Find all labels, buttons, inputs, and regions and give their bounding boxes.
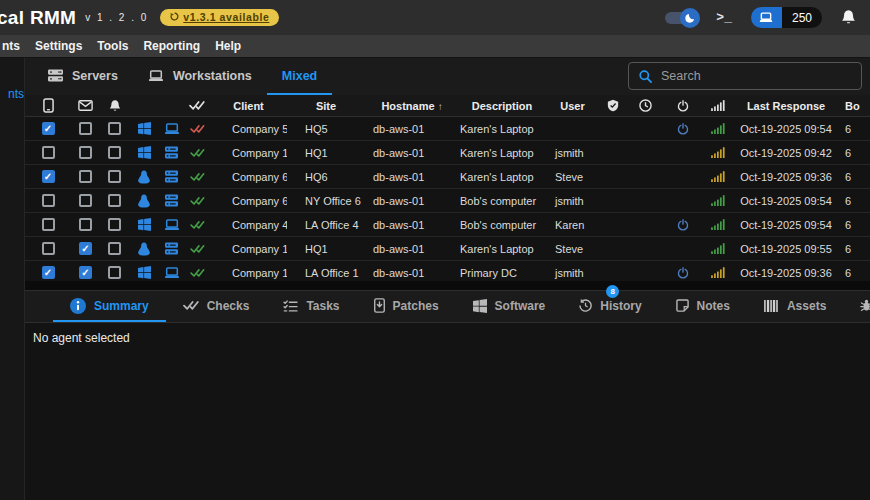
detail-tab-debug[interactable]: Debug	[843, 291, 870, 322]
search-input[interactable]	[661, 69, 821, 83]
dashboard-alert-checkbox[interactable]	[108, 146, 121, 159]
sms-checkbox[interactable]	[42, 218, 55, 231]
description-cell: Primary DC	[459, 267, 545, 279]
dashboard-alert-checkbox[interactable]	[108, 194, 121, 207]
client-cell: Company 1	[210, 243, 287, 255]
email-checkbox[interactable]	[79, 218, 92, 231]
client-tree-sliver[interactable]: nts	[0, 58, 25, 500]
table-row[interactable]: Company 1 HQ1 db-aws-01 Karen's Laptop j…	[25, 141, 870, 165]
dashboard-alert-checkbox[interactable]	[108, 122, 121, 135]
sms-checkbox[interactable]	[42, 194, 55, 207]
table-row[interactable]: Company 4 LA Office 4 db-aws-01 Bob's co…	[25, 213, 870, 237]
power-column-icon[interactable]	[665, 100, 700, 112]
search-icon	[639, 70, 652, 83]
hostname-cell: db-aws-01	[365, 147, 459, 159]
dashboard-alert-checkbox[interactable]	[108, 266, 121, 279]
hostname-cell: db-aws-01	[365, 267, 459, 279]
menu-item-agents[interactable]: nts	[2, 39, 20, 53]
detail-tab-notes[interactable]: Notes	[659, 291, 747, 322]
table-row[interactable]: Company 1 LA Office 1 db-aws-01 Primary …	[25, 261, 870, 281]
tab-workstations[interactable]: Workstations	[133, 58, 267, 95]
header-boot-time[interactable]: Bo	[837, 100, 870, 112]
client-tree-item[interactable]: nts	[8, 87, 24, 101]
connectivity-column-icon[interactable]	[700, 100, 735, 111]
server-icon	[159, 170, 184, 183]
agent-count-pill[interactable]: 250	[751, 7, 822, 28]
header-site[interactable]: Site	[287, 100, 365, 112]
search-box[interactable]	[628, 62, 862, 90]
email-column-icon[interactable]	[71, 100, 100, 111]
dark-mode-toggle[interactable]	[665, 12, 697, 24]
email-checkbox[interactable]	[79, 122, 92, 135]
panel-splitter[interactable]	[25, 281, 870, 290]
history-count-badge: 8	[606, 285, 619, 298]
detail-tab-history[interactable]: History8	[562, 291, 658, 322]
detail-tab-label: Software	[495, 299, 546, 313]
site-cell: HQ6	[287, 171, 365, 183]
email-checkbox[interactable]	[79, 170, 92, 183]
site-cell: LA Office 4	[287, 219, 365, 231]
header-last-response[interactable]: Last Response	[735, 100, 837, 112]
email-checkbox[interactable]	[79, 242, 92, 255]
menu-item-reporting[interactable]: Reporting	[143, 39, 200, 53]
detail-tab-software[interactable]: Software	[456, 291, 563, 322]
notifications-bell-icon[interactable]	[841, 9, 856, 26]
devices-icon	[751, 7, 782, 28]
power-icon[interactable]	[665, 123, 700, 135]
sms-checkbox[interactable]	[42, 170, 55, 183]
sms-checkbox[interactable]	[42, 242, 55, 255]
dashboard-alert-checkbox[interactable]	[108, 218, 121, 231]
table-row[interactable]: Company 6 HQ6 db-aws-01 Karen's Laptop S…	[25, 165, 870, 189]
signal-icon	[700, 171, 735, 182]
detail-tab-checks[interactable]: Checks	[166, 291, 267, 322]
view-tabs-row: Servers Workstations Mixed	[25, 58, 870, 95]
dashboard-alert-checkbox[interactable]	[108, 242, 121, 255]
power-icon[interactable]	[665, 219, 700, 231]
hostname-cell: db-aws-01	[365, 219, 459, 231]
tab-mixed[interactable]: Mixed	[267, 58, 332, 95]
debug-icon	[860, 299, 870, 312]
detail-tab-assets[interactable]: Assets	[747, 291, 843, 322]
alert-column-icon[interactable]	[100, 99, 129, 113]
detail-tab-tasks[interactable]: Tasks	[266, 291, 356, 322]
client-cell: Company 1	[210, 267, 287, 279]
update-available-badge[interactable]: v1.3.1 available	[160, 9, 279, 26]
dashboard-alert-checkbox[interactable]	[108, 170, 121, 183]
sms-column-icon[interactable]	[25, 98, 71, 113]
table-row[interactable]: Company 5 HQ5 db-aws-01 Karen's Laptop O…	[25, 117, 870, 141]
power-icon[interactable]	[665, 267, 700, 279]
header-hostname[interactable]: Hostname ↑	[365, 100, 459, 112]
menu-item-settings[interactable]: Settings	[35, 39, 82, 53]
checks-status-icon	[184, 268, 210, 278]
header-user[interactable]: User	[545, 100, 600, 112]
boot-time-cell: 6	[837, 243, 870, 255]
main-panel: Servers Workstations Mixed Client Site	[25, 58, 870, 500]
last-response-cell: Oct-19-2025 09:36	[735, 171, 837, 183]
sms-checkbox[interactable]	[42, 122, 55, 135]
menu-item-help[interactable]: Help	[215, 39, 241, 53]
sms-checkbox[interactable]	[42, 146, 55, 159]
last-response-cell: Oct-19-2025 09:55	[735, 243, 837, 255]
tab-servers[interactable]: Servers	[33, 58, 133, 95]
detail-tab-patches[interactable]: Patches	[357, 291, 456, 322]
laptop-icon	[159, 267, 184, 279]
pending-actions-column-icon[interactable]	[625, 99, 665, 112]
email-checkbox[interactable]	[79, 146, 92, 159]
no-agent-selected-message: No agent selected	[25, 323, 870, 353]
checks-status-icon	[184, 148, 210, 158]
status-column-icon[interactable]	[184, 100, 210, 111]
patches-column-icon[interactable]	[600, 99, 625, 112]
linux-icon	[129, 170, 159, 184]
menu-item-tools[interactable]: Tools	[97, 39, 128, 53]
tasks-icon	[283, 300, 298, 312]
terminal-icon[interactable]: >_	[716, 10, 732, 25]
table-row[interactable]: Company 6 NY Office 6 db-aws-01 Bob's co…	[25, 189, 870, 213]
header-description[interactable]: Description	[459, 100, 545, 112]
checks-status-icon	[184, 220, 210, 230]
sms-checkbox[interactable]	[42, 266, 55, 279]
detail-tab-summary[interactable]: Summary	[53, 291, 166, 322]
table-row[interactable]: Company 1 HQ1 db-aws-01 Karen's Laptop S…	[25, 237, 870, 261]
header-client[interactable]: Client	[210, 100, 287, 112]
email-checkbox[interactable]	[79, 266, 92, 279]
email-checkbox[interactable]	[79, 194, 92, 207]
